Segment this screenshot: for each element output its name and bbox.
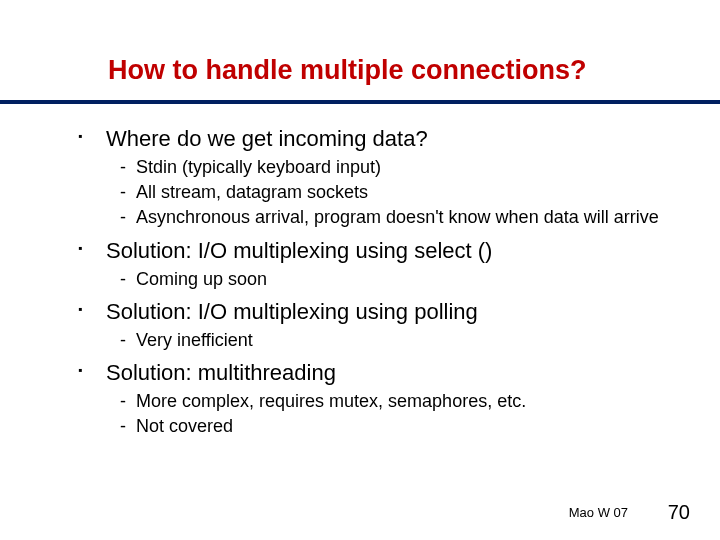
bullet-l1: Solution: I/O multiplexing using polling: [78, 297, 670, 327]
bullet-l2: All stream, datagram sockets: [78, 181, 670, 204]
bullet-l2: Very inefficient: [78, 329, 670, 352]
sublist: Stdin (typically keyboard input) All str…: [78, 156, 670, 230]
slide: How to handle multiple connections? Wher…: [0, 0, 720, 540]
bullet-l1: Solution: I/O multiplexing using select …: [78, 236, 670, 266]
slide-body: Where do we get incoming data? Stdin (ty…: [78, 120, 670, 444]
sublist: Very inefficient: [78, 329, 670, 352]
slide-title: How to handle multiple connections?: [108, 56, 680, 86]
title-underline: [0, 100, 720, 104]
bullet-l1: Where do we get incoming data?: [78, 124, 670, 154]
sublist: More complex, requires mutex, semaphores…: [78, 390, 670, 439]
bullet-l2: Stdin (typically keyboard input): [78, 156, 670, 179]
bullet-l2: Asynchronous arrival, program doesn't kn…: [78, 206, 670, 229]
bullet-l2: More complex, requires mutex, semaphores…: [78, 390, 670, 413]
bullet-l2: Coming up soon: [78, 268, 670, 291]
sublist: Coming up soon: [78, 268, 670, 291]
bullet-l1: Solution: multithreading: [78, 358, 670, 388]
bullet-l2: Not covered: [78, 415, 670, 438]
footer-author: Mao W 07: [569, 505, 628, 520]
footer-page-number: 70: [668, 501, 690, 524]
